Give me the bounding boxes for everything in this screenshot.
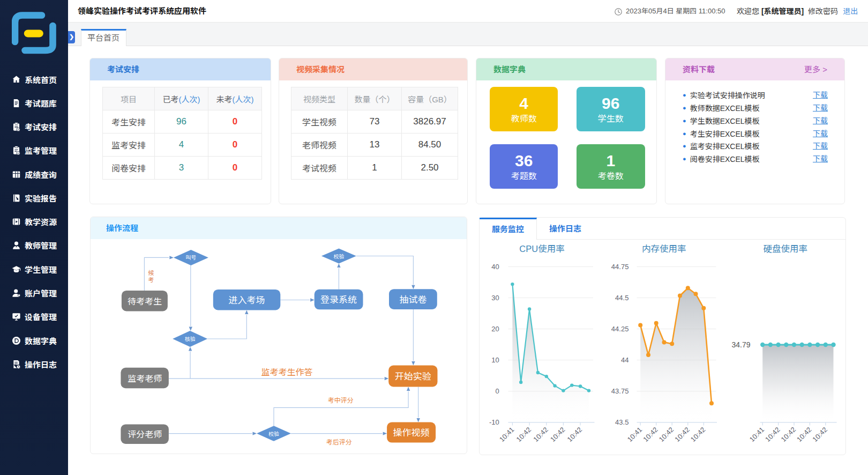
svg-text:校验: 校验: [333, 254, 344, 259]
svg-text:10:42: 10:42: [566, 425, 584, 443]
svg-text:20: 20: [491, 325, 499, 333]
svg-text:10:42: 10:42: [689, 425, 707, 443]
svg-text:10:41: 10:41: [498, 425, 516, 443]
svg-text:10: 10: [491, 356, 499, 364]
svg-text:操作视频: 操作视频: [393, 428, 430, 438]
svg-text:10:41: 10:41: [626, 425, 644, 443]
svg-text:核验: 核验: [185, 336, 196, 342]
svg-text:考后评分: 考后评分: [326, 439, 352, 446]
svg-text:43.5: 43.5: [615, 418, 628, 426]
svg-text:10:42: 10:42: [532, 425, 550, 443]
svg-text:监考考生作答: 监考考生作答: [261, 368, 312, 377]
svg-text:0: 0: [496, 387, 499, 395]
svg-text:待考考生: 待考考生: [128, 297, 162, 306]
svg-text:叫号: 叫号: [185, 255, 196, 261]
svg-text:10:42: 10:42: [811, 425, 829, 443]
svg-text:10:42: 10:42: [515, 425, 533, 443]
svg-text:10:42: 10:42: [673, 425, 691, 443]
svg-text:10:42: 10:42: [657, 425, 676, 443]
svg-text:登录系统: 登录系统: [320, 295, 357, 305]
svg-text:10:42: 10:42: [780, 425, 798, 443]
svg-text:40: 40: [491, 262, 499, 270]
svg-text:10:41: 10:41: [748, 425, 766, 443]
svg-text:30: 30: [491, 294, 499, 302]
svg-text:监考老师: 监考老师: [128, 374, 162, 383]
svg-text:-10: -10: [489, 418, 499, 426]
svg-text:44: 44: [621, 356, 628, 364]
svg-text:43.75: 43.75: [611, 387, 629, 395]
svg-text:考: 考: [148, 277, 154, 283]
svg-text:评分老师: 评分老师: [128, 430, 162, 439]
svg-text:硬盘使用率: 硬盘使用率: [763, 244, 807, 254]
svg-text:考中评分: 考中评分: [328, 397, 354, 404]
svg-text:候: 候: [148, 270, 154, 276]
svg-text:抽试卷: 抽试卷: [399, 295, 426, 305]
svg-text:开始实验: 开始实验: [395, 372, 431, 382]
svg-text:44.5: 44.5: [615, 294, 628, 302]
svg-text:内存使用率: 内存使用率: [642, 244, 686, 254]
svg-text:44.75: 44.75: [611, 262, 629, 270]
svg-text:34.79: 34.79: [732, 340, 751, 349]
svg-text:进入考场: 进入考场: [229, 295, 265, 306]
svg-text:44.25: 44.25: [611, 325, 629, 333]
svg-text:校验: 校验: [268, 431, 279, 437]
svg-text:CPU使用率: CPU使用率: [519, 244, 564, 254]
svg-text:10:42: 10:42: [641, 425, 660, 443]
svg-text:10:42: 10:42: [795, 425, 813, 443]
svg-text:10:42: 10:42: [549, 425, 567, 443]
svg-text:10:42: 10:42: [764, 425, 782, 443]
